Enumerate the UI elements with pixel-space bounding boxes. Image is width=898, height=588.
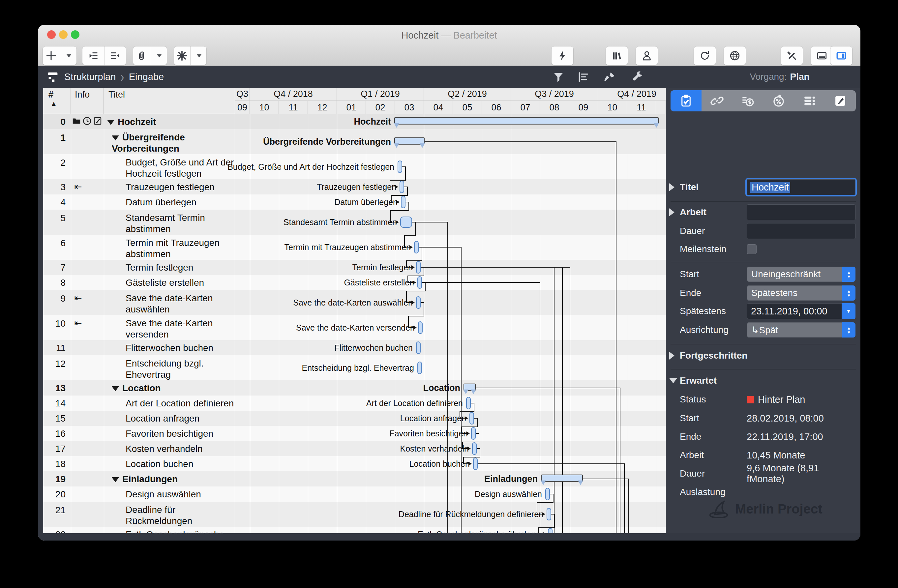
ausrichtung-select[interactable]: ↳Spät▴▾ — [747, 322, 855, 338]
gantt-bar-label: Hochzeit — [354, 117, 391, 127]
toolbar-group-3[interactable] — [174, 46, 207, 65]
outdent-icon[interactable] — [105, 46, 126, 65]
gantt-task-bar[interactable] — [472, 442, 477, 455]
plus-icon[interactable] — [43, 46, 60, 65]
panel-bottom-icon — [811, 46, 833, 65]
inspector-tab-rows[interactable] — [794, 90, 825, 111]
gantt-bar-label: Entscheidung bzgl. Ehevertrag — [302, 363, 414, 373]
tools-button[interactable] — [781, 46, 803, 65]
dependency-line — [476, 433, 479, 434]
gantt-task-bar[interactable] — [416, 341, 421, 354]
paperclip-icon[interactable] — [133, 46, 150, 65]
chevron-down-icon[interactable] — [60, 46, 77, 65]
gantt-task-bar[interactable] — [471, 427, 476, 440]
toolbar-group-2[interactable] — [133, 46, 167, 65]
gantt-task-bar[interactable] — [414, 241, 419, 253]
gantt-task-bar[interactable] — [400, 181, 404, 193]
alignment-button[interactable] — [575, 69, 591, 85]
disclosure-triangle[interactable] — [112, 477, 119, 482]
dependency-line — [538, 527, 555, 528]
breadcrumb-item-eingabe[interactable]: Eingabe — [129, 72, 164, 82]
dependency-line — [390, 210, 409, 211]
dependency-line — [421, 247, 422, 261]
disclosure-triangle[interactable] — [669, 352, 675, 359]
gear-icon[interactable] — [174, 46, 190, 65]
wizard-hat-icon — [709, 500, 730, 518]
chevron-down-icon[interactable] — [191, 46, 207, 65]
gantt-task-bar[interactable] — [466, 397, 471, 409]
start-select[interactable]: Uneingeschränkt▴▾ — [747, 267, 855, 282]
disclosure-triangle[interactable] — [669, 378, 677, 383]
gantt-bar-label: Kosten verhandeln — [400, 444, 469, 453]
indent-icon[interactable] — [82, 46, 104, 65]
gantt-task-bar[interactable] — [417, 362, 422, 374]
toolbar-group-1[interactable] — [82, 46, 126, 65]
inspector-tab-cost[interactable] — [732, 90, 763, 111]
gantt-summary-bar[interactable] — [394, 137, 424, 145]
column-header-info[interactable]: Info — [71, 88, 104, 114]
meilenstein-checkbox[interactable] — [747, 244, 757, 254]
gantt-task-bar[interactable] — [400, 216, 412, 228]
gantt-task-bar[interactable] — [416, 261, 421, 273]
toolbar-group-0[interactable] — [43, 46, 77, 65]
gantt-bar-label: Save the date-Karten versenden — [296, 323, 415, 333]
disclosure-triangle[interactable] — [107, 120, 114, 125]
titel-input[interactable]: Hochzeit — [747, 179, 855, 195]
person-button[interactable] — [636, 46, 658, 65]
gantt-task-bar[interactable] — [548, 528, 552, 533]
filter-button[interactable] — [550, 69, 566, 85]
library-button[interactable] — [606, 46, 628, 65]
brush-button[interactable] — [602, 69, 618, 85]
chevron-down-icon[interactable]: ▾ — [842, 303, 855, 319]
chevron-down-icon[interactable] — [150, 46, 167, 65]
spätestens-combo[interactable]: 23.11.2019, 00:00▾ — [747, 303, 855, 319]
wrench-button[interactable] — [629, 69, 645, 85]
disclosure-triangle[interactable] — [669, 183, 675, 191]
gantt-task-bar[interactable] — [416, 296, 421, 309]
gantt-task-bar[interactable] — [401, 196, 406, 208]
timeline-month: 09 — [569, 101, 598, 114]
disclosure-triangle[interactable] — [112, 135, 119, 140]
gantt-task-bar[interactable] — [418, 321, 423, 334]
inspector-tab-link[interactable] — [701, 90, 732, 111]
sync-button[interactable] — [693, 46, 716, 65]
dependency-line — [554, 267, 555, 533]
disclosure-triangle[interactable] — [112, 386, 119, 391]
ende-select[interactable]: Spätestens▴▾ — [747, 286, 855, 301]
window-title: Hochzeit — Bearbeitet — [38, 30, 860, 41]
gantt-task-bar[interactable] — [545, 488, 550, 500]
lightning-button[interactable] — [551, 46, 574, 65]
inspector-field-fortgeschritten: Fortgeschritten — [666, 346, 860, 365]
breadcrumb[interactable]: Strukturplan›Eingabe — [46, 66, 164, 88]
gantt-task-bar[interactable] — [547, 508, 551, 520]
panel-bottom-button[interactable] — [810, 46, 833, 65]
inspector-tab-clock-percent[interactable] — [763, 90, 794, 111]
panel-right-button[interactable] — [830, 46, 852, 65]
column-header-number[interactable]: #▲ — [43, 88, 71, 114]
stepper-icon[interactable]: ▴▾ — [842, 267, 855, 282]
row-title: Save the date-Karten auswählen — [104, 293, 235, 315]
gantt-summary-bar[interactable] — [541, 474, 583, 482]
breadcrumb-item-strukturplan[interactable]: Strukturplan — [64, 72, 116, 82]
timeline-month: 11 — [627, 101, 656, 114]
gantt-task-bar[interactable] — [417, 276, 422, 289]
inspector-tab-clipboard-check[interactable] — [670, 90, 701, 111]
row-number: 3 — [43, 182, 71, 192]
dauer-input[interactable] — [747, 223, 855, 239]
gantt-summary-bar[interactable] — [463, 384, 476, 391]
gantt-task-bar[interactable] — [473, 458, 478, 470]
gantt-summary-bar[interactable] — [394, 117, 659, 124]
arbeit-input[interactable] — [747, 204, 855, 220]
row-number: 15 — [43, 413, 71, 424]
network-button[interactable] — [724, 46, 746, 65]
gantt-bar-label: Budget, Größe und Art der Hochzeit festl… — [228, 162, 394, 172]
inspector-tab-pencil[interactable] — [825, 90, 856, 111]
stepper-icon[interactable]: ▴▾ — [842, 286, 855, 301]
start-value: 28.02.2019, 08:00 — [747, 413, 855, 424]
stepper-icon[interactable]: ▴▾ — [842, 322, 855, 338]
row-number: 4 — [43, 197, 71, 208]
gantt-task-bar[interactable] — [469, 412, 474, 425]
column-header-title[interactable]: Titel — [104, 88, 235, 114]
disclosure-triangle[interactable] — [669, 208, 675, 216]
gantt-task-bar[interactable] — [398, 161, 402, 173]
